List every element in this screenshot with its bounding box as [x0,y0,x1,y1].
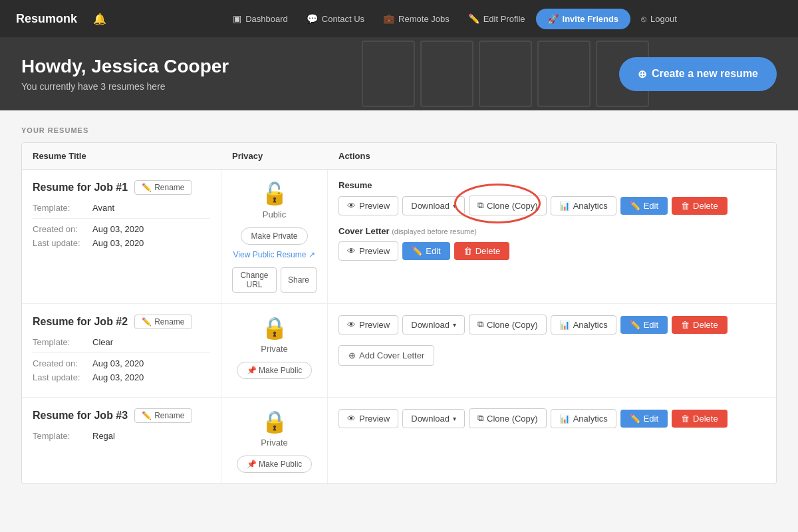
hero-section: Howdy, Jessica Cooper You currently have… [0,37,798,110]
lock-closed-icon: 🔒 [261,317,288,338]
resume-title-cell: Resume for Job #3 ✏️ Rename Template: Re… [22,398,221,483]
invite-icon: 🚀 [548,14,559,24]
nav-logout-label: Logout [650,14,677,24]
hero-bg-item [420,41,473,107]
analytics-button[interactable]: 📊 Analytics [551,196,616,215]
col-privacy: Privacy [232,151,338,161]
updated-value: Aug 03, 2020 [92,372,144,382]
updated-row: Last update: Aug 03, 2020 [33,372,210,382]
create-resume-button[interactable]: ⊕ Create a new resume [619,57,777,91]
change-url-label: Change URL [240,271,268,289]
cover-preview-button[interactable]: 👁 Preview [338,241,398,261]
edit-icon: ✏️ [630,201,640,211]
preview-button[interactable]: 👁 Preview [338,315,398,334]
privacy-cell: 🔓 Public Make Private View Public Resume… [221,170,328,303]
cover-letter-label: Cover Letter (displayed before resume) [338,226,765,236]
download-button[interactable]: Download ▾ [402,409,465,428]
resume-title-cell: Resume for Job #1 ✏️ Rename Template: Av… [22,170,221,303]
clone-button[interactable]: ⧉ Clone (Copy) [469,196,547,215]
nav-profile-label: Edit Profile [483,14,525,24]
bell-icon[interactable]: 🔔 [93,13,106,25]
rename-icon: ✏️ [142,183,152,192]
make-public-button[interactable]: 📌 Make Public [237,456,313,473]
cover-delete-label: Delete [475,246,501,256]
clone-button[interactable]: ⧉ Clone (Copy) [469,408,547,428]
table-row: Resume for Job #3 ✏️ Rename Template: Re… [22,398,776,483]
privacy-cell: 🔒 Private 📌 Make Public [221,304,328,397]
download-button[interactable]: Download ▾ [402,315,465,334]
rename-label: Rename [154,317,184,327]
actions-cell: 👁 Preview Download ▾ ⧉ Clone (Copy) 📊 An… [328,304,776,397]
edit-button[interactable]: ✏️ Edit [620,197,668,215]
template-label: Template: [33,431,92,441]
change-url-button[interactable]: Change URL [232,267,277,293]
rename-icon: ✏️ [142,411,152,420]
download-button[interactable]: Download ▾ [402,196,465,215]
cover-edit-button[interactable]: ✏️ Edit [402,242,450,260]
rename-button[interactable]: ✏️ Rename [134,180,192,195]
hero-bg-item [537,41,591,107]
updated-row: Last update: Aug 03, 2020 [33,238,210,248]
nav-dashboard[interactable]: ▣ Dashboard [225,8,296,29]
analytics-label: Analytics [573,201,608,211]
rename-button[interactable]: ✏️ Rename [134,315,192,329]
analytics-icon: 📊 [559,201,570,211]
invite-friends-button[interactable]: 🚀 Invite Friends [536,9,631,29]
template-label: Template: [33,203,92,213]
edit-icon: ✏️ [630,320,640,330]
cover-edit-label: Edit [426,246,440,256]
nav-contact[interactable]: 💬 Contact Us [299,8,372,29]
updated-label: Last update: [33,238,92,248]
nav-logout[interactable]: ⎋ Logout [633,9,685,29]
edit-button[interactable]: ✏️ Edit [620,410,668,428]
edit-button[interactable]: ✏️ Edit [620,316,668,334]
delete-label: Delete [693,201,718,211]
clone-label: Clone (Copy) [487,201,538,211]
share-button[interactable]: Share [281,267,317,293]
view-public-link[interactable]: View Public Resume ↗ [233,250,316,259]
cover-delete-button[interactable]: 🗑 Delete [454,242,510,260]
clone-button[interactable]: ⧉ Clone (Copy) [469,315,547,334]
analytics-label: Analytics [573,320,608,330]
actions-cell: 👁 Preview Download ▾ ⧉ Clone (Copy) 📊 An… [328,398,776,483]
analytics-button[interactable]: 📊 Analytics [551,315,616,334]
resume-title-cell: Resume for Job #2 ✏️ Rename Template: Cl… [22,304,221,397]
preview-button[interactable]: 👁 Preview [338,409,398,428]
view-public-label: View Public Resume [233,250,307,259]
main-content: YOUR RESUMES Resume Title Privacy Action… [0,110,798,500]
nav-edit-profile[interactable]: ✏️ Edit Profile [460,8,533,29]
analytics-button[interactable]: 📊 Analytics [551,409,616,428]
delete-button[interactable]: 🗑 Delete [672,410,728,428]
lock-open-icon: 🔓 [261,183,288,204]
make-private-button[interactable]: Make Private [241,227,307,245]
clone-icon: ⧉ [477,413,483,424]
privacy-label: Private [261,438,287,448]
jobs-icon: 💼 [383,13,394,24]
resume-title: Resume for Job #2 ✏️ Rename [33,315,210,329]
make-public-button[interactable]: 📌 Make Public [237,362,313,379]
template-row: Template: Clear [33,337,210,347]
nav-remote-jobs[interactable]: 💼 Remote Jobs [375,8,458,29]
add-cover-letter-button[interactable]: ⊕ Add Cover Letter [338,345,434,366]
resume-actions-row: 👁 Preview Download ▾ ⧉ Clone (Copy) [338,196,765,215]
cover-label-text: Cover Letter [338,226,390,236]
template-value: Clear [92,337,113,347]
rename-label: Rename [154,411,184,420]
cover-preview-label: Preview [359,246,390,256]
make-public-label: Make Public [259,366,302,375]
template-row: Template: Avant [33,203,210,213]
delete-button[interactable]: 🗑 Delete [672,197,728,215]
logout-icon: ⎋ [641,14,646,24]
hero-bg-item [479,41,532,107]
preview-button[interactable]: 👁 Preview [338,196,398,215]
delete-button[interactable]: 🗑 Delete [672,316,728,334]
rename-button[interactable]: ✏️ Rename [134,408,192,423]
created-row: Created on: Aug 03, 2020 [33,358,210,368]
updated-value: Aug 03, 2020 [92,238,144,248]
download-caret: ▾ [453,321,456,329]
invite-label: Invite Friends [563,14,619,24]
preview-label: Preview [359,320,390,330]
edit-label: Edit [644,201,658,211]
col-actions: Actions [338,151,765,161]
table-row: Resume for Job #2 ✏️ Rename Template: Cl… [22,304,776,398]
